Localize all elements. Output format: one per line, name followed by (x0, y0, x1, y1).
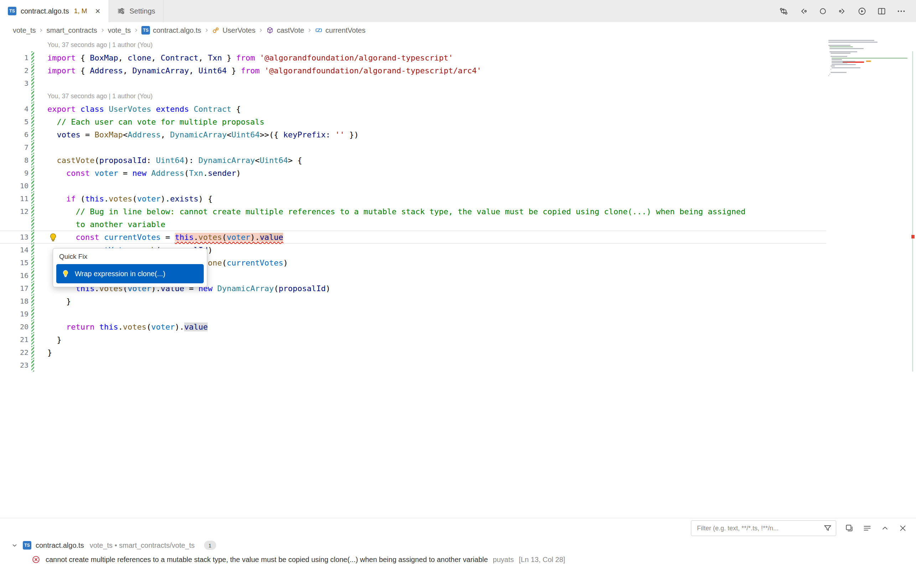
chevron-right-icon (99, 27, 106, 34)
breadcrumb-item-castvote[interactable]: castVote (266, 26, 304, 34)
line-number[interactable]: 19 (0, 310, 29, 318)
line-number[interactable]: 6 (0, 130, 29, 139)
open-changes-icon[interactable] (779, 6, 788, 16)
view-as-table-icon[interactable] (845, 523, 854, 533)
changes-icon[interactable] (818, 6, 828, 16)
lightbulb-icon (61, 269, 70, 278)
chevron-down-icon[interactable] (11, 541, 18, 549)
minimap[interactable] (826, 39, 910, 518)
quick-fix-action-label: Wrap expression in clone(...) (75, 270, 165, 278)
breadcrumb-item-vote-ts[interactable]: vote_ts (108, 26, 131, 34)
codelens-label[interactable]: You, 37 seconds ago | 1 author (You) (47, 41, 153, 49)
line-number[interactable]: 4 (0, 105, 29, 113)
editor-tab-contract-algo-ts[interactable]: TScontract.algo.ts1, M✕ (0, 0, 109, 22)
problems-filter[interactable] (691, 520, 836, 536)
line-number[interactable]: 7 (0, 143, 29, 152)
line-number[interactable]: 14 (0, 246, 29, 254)
breadcrumb-item-currentvotes[interactable]: currentVotes (315, 26, 366, 34)
code-row[interactable]: 8 castVote(proposalId: Uint64): DynamicA… (0, 154, 826, 166)
code-row[interactable]: 11 if (this.votes(voter).exists) { (0, 192, 826, 205)
code-row[interactable]: 13 const currentVotes = this.votes(voter… (0, 231, 826, 244)
breadcrumb-item-contract-algo-ts[interactable]: TScontract.algo.ts (141, 26, 201, 34)
breadcrumb-item-smart-contracts[interactable]: smart_contracts (46, 26, 97, 34)
code-wrap-row[interactable]: to another variable (0, 218, 826, 231)
close-panel-icon[interactable] (898, 523, 908, 533)
code-row[interactable]: 4export class UserVotes extends Contract… (0, 102, 826, 115)
code-row[interactable]: 23 (0, 359, 826, 372)
vscode-window: TScontract.algo.ts1, M✕Settings vote_tss… (0, 0, 916, 588)
minimap-highlight-mark (866, 60, 871, 62)
code-row[interactable]: 10 (0, 179, 826, 192)
code-text: } (47, 348, 52, 357)
code-text: votes = BoxMap<Address, DynamicArray<Uin… (47, 130, 359, 139)
line-number[interactable]: 23 (0, 361, 29, 370)
error-source: puyats (493, 556, 514, 564)
problems-count-badge: 1 (204, 541, 216, 550)
previous-change-icon[interactable] (798, 6, 808, 16)
line-number[interactable]: 20 (0, 323, 29, 331)
error-message: cannot create multiple references to a m… (45, 556, 488, 564)
more-actions-icon[interactable] (897, 6, 906, 16)
line-number[interactable]: 9 (0, 169, 29, 177)
line-number[interactable]: 12 (0, 207, 29, 216)
line-number[interactable]: 3 (0, 79, 29, 87)
run-icon[interactable] (857, 6, 867, 16)
gutter-added-marker (31, 64, 34, 77)
close-tab-icon[interactable]: ✕ (95, 7, 101, 15)
code-row[interactable]: 9 const voter = new Address(Txn.sender) (0, 166, 826, 179)
code-row[interactable]: 3 (0, 77, 826, 90)
code-row[interactable]: 19 (0, 307, 826, 320)
breadcrumb-item-uservotes[interactable]: UserVotes (212, 26, 255, 34)
line-number[interactable]: 21 (0, 335, 29, 344)
code-row[interactable]: 2import { Address, DynamicArray, Uint64 … (0, 64, 826, 77)
line-number[interactable]: 15 (0, 258, 29, 267)
code-row[interactable]: 12 // Bug in line below: cannot create m… (0, 205, 826, 218)
lightbulb-icon[interactable] (48, 232, 58, 243)
line-number[interactable]: 1 (0, 53, 29, 62)
codelens-label[interactable]: You, 37 seconds ago | 1 author (You) (47, 92, 153, 100)
gutter-added-marker (31, 218, 34, 231)
quick-fix-popup: Quick Fix Wrap expression in clone(...) (53, 248, 207, 287)
code-row[interactable]: 5 // Each user can vote for multiple pro… (0, 115, 826, 128)
line-number[interactable]: 13 (0, 233, 29, 241)
line-number[interactable]: 5 (0, 118, 29, 126)
problems-filter-input[interactable] (696, 524, 823, 533)
code-row[interactable]: 7 (0, 141, 826, 154)
gutter-added-marker (31, 295, 34, 307)
panel-controls (691, 520, 908, 536)
gutter-added-marker (31, 269, 34, 282)
quick-fix-action[interactable]: Wrap expression in clone(...) (56, 264, 204, 283)
line-number[interactable]: 17 (0, 284, 29, 292)
codelens-row[interactable]: You, 37 seconds ago | 1 author (You) (0, 39, 826, 51)
chevron-right-icon (306, 27, 313, 34)
code-row[interactable]: 21 } (0, 333, 826, 346)
split-editor-icon[interactable] (877, 6, 887, 16)
code-row[interactable]: 20 return this.votes(voter).value (0, 320, 826, 333)
breadcrumb-label: vote_ts (108, 26, 131, 34)
code-row[interactable]: 6 votes = BoxMap<Address, DynamicArray<U… (0, 128, 826, 141)
line-number[interactable]: 18 (0, 297, 29, 305)
codelens-row[interactable]: You, 37 seconds ago | 1 author (You) (0, 90, 826, 102)
code-text: import { Address, DynamicArray, Uint64 }… (47, 66, 482, 75)
chevron-right-icon (133, 27, 139, 34)
code-row[interactable]: 22} (0, 346, 826, 359)
minimap-line (832, 59, 842, 60)
maximize-panel-icon[interactable] (880, 523, 890, 533)
ts-file-icon: TS (141, 26, 150, 34)
breadcrumb-item-vote-ts[interactable]: vote_ts (13, 26, 36, 34)
problems-error-row[interactable]: cannot create multiple references to a m… (0, 552, 916, 567)
next-change-icon[interactable] (838, 6, 847, 16)
line-number[interactable]: 11 (0, 194, 29, 203)
gutter-added-marker (31, 179, 34, 192)
code-row[interactable]: 18 } (0, 295, 826, 307)
line-number[interactable]: 8 (0, 156, 29, 165)
breadcrumb-label: currentVotes (325, 26, 366, 34)
editor-tab-settings[interactable]: Settings (109, 0, 163, 22)
code-row[interactable]: 1import { BoxMap, clone, Contract, Txn }… (0, 51, 826, 64)
line-number[interactable]: 16 (0, 271, 29, 280)
collapse-all-icon[interactable] (863, 523, 872, 533)
line-number[interactable]: 22 (0, 348, 29, 357)
problems-file-row[interactable]: TS contract.algo.ts vote_ts • smart_cont… (0, 538, 916, 552)
line-number[interactable]: 10 (0, 181, 29, 190)
line-number[interactable]: 2 (0, 66, 29, 75)
